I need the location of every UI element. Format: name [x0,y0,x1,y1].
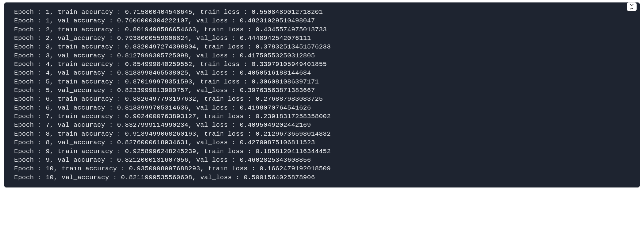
output-line: Epoch : 8, train accuracy : 0.9139499068… [14,130,630,138]
output-line: Epoch : 2, train accuracy : 0.8019498586… [14,25,630,34]
chevron-down-icon [630,3,634,7]
output-line: Epoch : 10, train accuracy : 0.935099899… [14,164,630,173]
output-line: Epoch : 9, val_accuracy : 0.821200013160… [14,156,630,164]
output-line: Epoch : 3, train accuracy : 0.8320497274… [14,43,630,51]
output-line: Epoch : 1, val_accuracy : 0.760600030422… [14,17,630,25]
output-line: Epoch : 6, train accuracy : 0.8826497793… [14,95,630,103]
output-line: Epoch : 1, train accuracy : 0.7158004045… [14,8,630,17]
output-line: Epoch : 2, val_accuracy : 0.793800055980… [14,34,630,43]
output-line: Epoch : 8, val_accuracy : 0.827600061893… [14,138,630,147]
output-line: Epoch : 4, train accuracy : 0.8549998402… [14,60,630,69]
output-line: Epoch : 5, train accuracy : 0.8701999783… [14,78,630,86]
output-line: Epoch : 4, val_accuracy : 0.818399846553… [14,69,630,77]
output-line: Epoch : 7, train accuracy : 0.9024000763… [14,112,630,121]
output-line: Epoch : 7, val_accuracy : 0.832799911499… [14,121,630,129]
output-line: Epoch : 9, train accuracy : 0.9258996248… [14,147,630,156]
output-line: Epoch : 5, val_accuracy : 0.823399901390… [14,86,630,95]
output-line: Epoch : 6, val_accuracy : 0.813399970531… [14,104,630,112]
chevron-up-icon [630,7,634,10]
code-output-cell: Epoch : 1, train accuracy : 0.7158004045… [4,2,640,187]
output-line: Epoch : 10, val_accuracy : 0.82119995355… [14,173,630,182]
output-line: Epoch : 3, val_accuracy : 0.812799930572… [14,52,630,60]
collapse-output-toggle[interactable] [627,2,637,11]
